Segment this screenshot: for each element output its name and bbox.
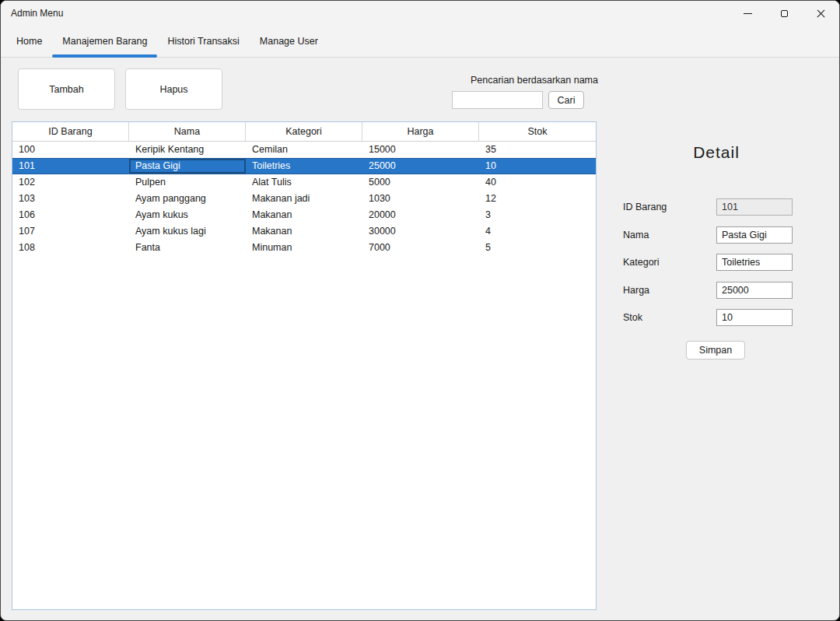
hapus-button[interactable]: Hapus [125,68,222,110]
detail-input-stok[interactable] [716,309,793,326]
detail-row-nama: Nama [623,226,810,244]
column-header-nama[interactable]: Nama [129,122,246,141]
app-window: Admin Menu HomeManajemen BarangHistori T… [0,0,840,621]
table-cell[interactable]: 35 [479,142,596,158]
table-cell[interactable]: 15000 [362,142,479,158]
detail-label-harga: Harga [623,285,716,296]
table-cell[interactable]: 12 [479,191,596,207]
table-cell[interactable]: Pulpen [129,174,246,191]
detail-row-stok: Stok [623,309,810,326]
table-cell[interactable]: 5 [479,240,596,256]
minimize-button[interactable] [730,1,766,26]
table-header: ID BarangNamaKategoriHargaStok [12,122,596,142]
table-cell[interactable]: 40 [479,174,596,191]
table-cell[interactable]: Ayam kukus [129,207,246,223]
table-cell[interactable]: Alat Tulis [246,174,362,191]
table-cell[interactable]: 5000 [362,174,479,191]
close-icon [816,9,826,19]
detail-label-kategori: Kategori [623,257,716,268]
tab-home[interactable]: Home [6,26,52,57]
title-bar[interactable]: Admin Menu [1,1,839,26]
table-cell[interactable]: Fanta [129,240,246,256]
detail-input-kategori[interactable] [716,254,793,271]
table-row[interactable]: 101Pasta GigiToiletries2500010 [12,158,596,174]
table-cell[interactable]: Makanan [246,223,362,240]
column-header-harga[interactable]: Harga [362,122,479,141]
table-cell[interactable]: 102 [12,174,129,191]
close-button[interactable] [803,1,839,26]
detail-row-kategori: Kategori [623,254,810,271]
table-row[interactable]: 106Ayam kukusMakanan200003 [12,207,596,223]
table-row[interactable]: 102PulpenAlat Tulis500040 [12,174,596,191]
maximize-button[interactable] [766,1,803,26]
detail-row-id-barang: ID Barang [623,198,810,216]
table-row[interactable]: 103Ayam panggangMakanan jadi103012 [12,191,596,207]
detail-input-harga[interactable] [716,282,793,299]
table-cell[interactable]: 100 [12,142,129,158]
table-cell[interactable]: 7000 [362,240,479,256]
table-cell[interactable]: 101 [12,159,129,174]
tab-manage-user[interactable]: Manage User [250,26,328,57]
table-row[interactable]: 100Keripik KentangCemilan1500035 [12,142,596,158]
column-header-kategori[interactable]: Kategori [246,122,362,141]
detail-input-nama[interactable] [716,226,793,244]
table-row[interactable]: 108FantaMinuman70005 [12,240,596,256]
detail-title: Detail [639,143,794,162]
tambah-button[interactable]: Tambah [18,68,115,110]
table-cell[interactable]: Minuman [246,240,362,256]
window-title: Admin Menu [11,8,63,19]
table-cell[interactable]: Ayam kukus lagi [129,223,246,240]
tab-manajemen-barang[interactable]: Manajemen Barang [52,26,157,57]
items-table: ID BarangNamaKategoriHargaStok 100Keripi… [12,121,597,610]
detail-label-nama: Nama [623,230,716,240]
table-cell[interactable]: Cemilan [246,142,362,158]
table-cell[interactable]: 10 [479,159,596,174]
table-cell[interactable]: 3 [479,207,596,223]
cari-button[interactable]: Cari [548,91,584,109]
search-input[interactable] [452,91,543,109]
table-row[interactable]: 107Ayam kukus lagiMakanan300004 [12,223,596,240]
search-label: Pencarian berdasarkan nama [436,75,598,86]
detail-label-stok: Stok [623,312,716,323]
simpan-button[interactable]: Simpan [686,341,745,360]
table-cell[interactable]: 103 [12,191,129,207]
table-cell[interactable]: 4 [479,223,596,240]
table-cell[interactable]: 106 [12,207,129,223]
detail-label-id-barang: ID Barang [623,202,716,212]
column-header-id-barang[interactable]: ID Barang [12,122,129,141]
table-cell[interactable]: Pasta Gigi [129,159,246,174]
table-body: 100Keripik KentangCemilan1500035101Pasta… [12,142,596,256]
table-cell[interactable]: 107 [12,223,129,240]
detail-row-harga: Harga [623,282,810,299]
window-controls [730,1,839,26]
table-cell[interactable]: 25000 [362,159,479,174]
table-cell[interactable]: Makanan jadi [246,191,362,207]
column-header-stok[interactable]: Stok [479,122,596,141]
table-cell[interactable]: 108 [12,240,129,256]
table-cell[interactable]: Ayam panggang [129,191,246,207]
table-cell[interactable]: 20000 [362,207,479,223]
tab-strip: HomeManajemen BarangHistori TransaksiMan… [1,26,839,58]
table-cell[interactable]: Toiletries [246,159,362,174]
table-cell[interactable]: Keripik Kentang [129,142,246,158]
detail-input-id-barang[interactable] [716,198,793,216]
tab-histori-transaksi[interactable]: Histori Transaksi [157,26,249,57]
table-cell[interactable]: 1030 [362,191,479,207]
table-cell[interactable]: Makanan [246,207,362,223]
maximize-icon [781,10,788,17]
table-cell[interactable]: 30000 [362,223,479,240]
minimize-icon [744,13,752,14]
